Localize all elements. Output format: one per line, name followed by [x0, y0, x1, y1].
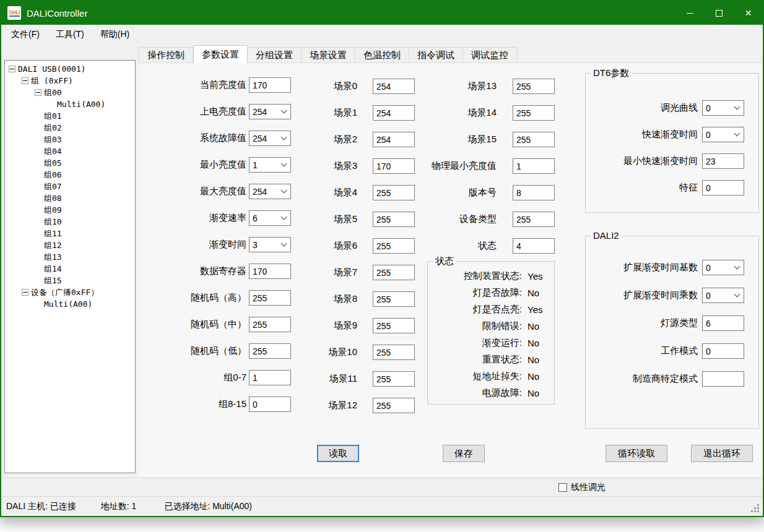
tab-parameter-settings[interactable]: 参数设置 — [193, 45, 248, 63]
tree-item-group15[interactable]: 组15 — [5, 275, 135, 286]
dt6-groupbox: DT6参数 调光曲线0 快速渐变时间0 最小快速渐变时间 特征 — [585, 73, 759, 213]
menu-tools[interactable]: 工具(T) — [50, 27, 90, 43]
tree-item-group14[interactable]: 组14 — [5, 263, 135, 275]
scene12-input[interactable] — [373, 398, 415, 413]
status-value-input[interactable] — [513, 238, 555, 254]
status-row-value: No — [527, 388, 539, 398]
status-row-label: 重置状态: — [428, 354, 522, 366]
tree-item-group-root[interactable]: 组 (0xFF) — [5, 75, 135, 87]
tree-item-group01[interactable]: 组01 — [5, 110, 135, 122]
dali2-groupbox: DALI2 扩展渐变时间基数0 扩展渐变时间乘数0 灯源类型 工作模式 制造商特… — [585, 236, 759, 429]
save-button[interactable]: 保存 — [443, 445, 485, 462]
menubar: 文件(F) 工具(T) 帮助(H) — [1, 25, 763, 45]
current-level-input[interactable] — [249, 77, 291, 93]
features-input[interactable] — [702, 180, 744, 195]
checkbox-icon[interactable] — [558, 483, 567, 492]
tree-item-group13[interactable]: 组13 — [5, 251, 135, 263]
tree-item-group11[interactable]: 组11 — [5, 228, 135, 239]
tree-item-multi-a00[interactable]: Multi(A00) — [5, 98, 135, 110]
status-row-value: No — [527, 371, 539, 382]
tab-grouping-settings[interactable]: 分组设置 — [248, 47, 302, 63]
collapse-icon[interactable] — [9, 66, 15, 72]
scene7-input[interactable] — [373, 265, 415, 280]
tree-item-group03[interactable]: 组03 — [5, 134, 135, 145]
device-type-input[interactable] — [513, 212, 555, 227]
status-selected-address: 已选择地址: Multi(A00) — [164, 501, 252, 512]
menu-help[interactable]: 帮助(H) — [94, 27, 136, 43]
field-label: 场景14 — [405, 107, 497, 119]
light-source-type-input[interactable] — [702, 315, 744, 331]
exit-loop-button[interactable]: 退出循环 — [691, 445, 753, 462]
tab-command-debug[interactable]: 指令调试 — [409, 47, 463, 63]
tree-item-group07[interactable]: 组07 — [5, 181, 135, 192]
collapse-icon[interactable] — [35, 89, 41, 96]
status-row-value: Yes — [527, 271, 542, 281]
tab-operation-control[interactable]: 操作控制 — [139, 47, 193, 63]
scene8-input[interactable] — [373, 291, 415, 307]
fade-rate-combo[interactable]: 6 — [249, 210, 291, 226]
version-input[interactable] — [513, 185, 555, 200]
dim-curve-combo[interactable]: 0 — [702, 100, 744, 116]
status-row-label: 渐变运行: — [428, 337, 522, 349]
tree-item-group02[interactable]: 组02 — [5, 122, 135, 134]
min-level-combo[interactable]: 1 — [249, 157, 291, 173]
power-on-level-combo[interactable]: 254 — [249, 104, 291, 119]
random-code-low-input[interactable] — [249, 343, 291, 359]
data-register-input[interactable] — [249, 264, 291, 279]
tree-item-group12[interactable]: 组12 — [5, 239, 135, 251]
ext-fade-time-mult-combo[interactable]: 0 — [702, 288, 744, 303]
tree-item-multi-a00-2[interactable]: Multi(A00) — [5, 298, 135, 310]
tree-item-label: 组03 — [44, 134, 62, 145]
min-fast-fade-time-input[interactable] — [702, 153, 744, 169]
tree-item-dali-usb[interactable]: DALI USB(0001) — [5, 63, 135, 75]
tree-item-group00[interactable]: 组00 — [5, 87, 135, 98]
operating-mode-input[interactable] — [702, 343, 744, 359]
scene11-input[interactable] — [373, 371, 415, 387]
physical-min-level-input[interactable] — [513, 158, 555, 174]
collapse-icon[interactable] — [22, 289, 28, 296]
max-level-combo[interactable]: 254 — [249, 184, 291, 199]
close-button[interactable]: ✕ — [734, 1, 763, 25]
tab-scene-settings[interactable]: 场景设置 — [302, 47, 355, 63]
read-button[interactable]: 读取 — [317, 445, 359, 462]
field-label: 场景1 — [300, 107, 357, 119]
group-0-7-input[interactable] — [249, 370, 291, 385]
tree-item-label: 组07 — [44, 181, 62, 192]
tree-item-label: 组00 — [44, 87, 62, 98]
loop-read-button[interactable]: 循环读取 — [606, 445, 667, 462]
collapse-icon[interactable] — [22, 77, 28, 84]
fast-fade-time-combo[interactable]: 0 — [702, 127, 744, 142]
tree-item-label: Multi(A00) — [44, 299, 92, 309]
tree-item-group10[interactable]: 组10 — [5, 216, 135, 228]
linear-dimming-checkbox[interactable]: 线性调光 — [558, 482, 606, 493]
tree-item-group04[interactable]: 组04 — [5, 145, 135, 157]
system-failure-level-combo[interactable]: 254 — [249, 131, 291, 146]
resize-grip[interactable] — [757, 510, 759, 512]
tree-item-group09[interactable]: 组09 — [5, 204, 135, 216]
manufacturer-mode-input[interactable] — [702, 371, 744, 387]
random-code-high-input[interactable] — [249, 290, 291, 306]
menu-file[interactable]: 文件(F) — [5, 27, 46, 43]
ext-fade-time-base-combo[interactable]: 0 — [702, 260, 744, 275]
tree-item-device-broadcast[interactable]: 设备（广播0xFF） — [5, 286, 135, 298]
tree-item-group08[interactable]: 组08 — [5, 192, 135, 204]
maximize-button[interactable] — [705, 1, 734, 25]
scene13-input[interactable] — [513, 79, 555, 94]
tab-color-temp-control[interactable]: 色温控制 — [355, 47, 409, 63]
tree-item-group06[interactable]: 组06 — [5, 169, 135, 181]
tree-item-group05[interactable]: 组05 — [5, 157, 135, 169]
scene10-input[interactable] — [373, 345, 415, 360]
field-label: 灯源类型 — [586, 317, 702, 329]
scene9-input[interactable] — [373, 318, 415, 333]
field-label: 扩展渐变时间乘数 — [586, 290, 702, 301]
group-8-15-input[interactable] — [249, 397, 291, 412]
scene15-input[interactable] — [513, 132, 555, 147]
random-code-mid-input[interactable] — [249, 317, 291, 332]
minimize-button[interactable] — [675, 1, 705, 25]
tree-item-label: 组13 — [44, 252, 62, 263]
field-label: 场景15 — [405, 134, 497, 145]
fade-time-combo[interactable]: 3 — [249, 237, 291, 252]
chevron-down-icon — [734, 131, 740, 137]
tab-debug-monitor[interactable]: 调试监控 — [463, 47, 517, 63]
scene14-input[interactable] — [513, 105, 555, 121]
